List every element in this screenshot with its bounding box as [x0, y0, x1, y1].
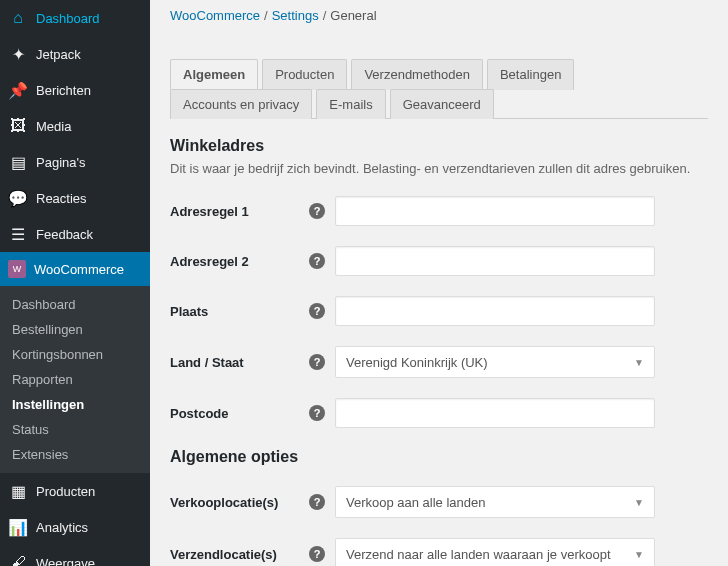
input-address2[interactable]: [335, 246, 655, 276]
submenu-coupons[interactable]: Kortingsbonnen: [0, 342, 150, 367]
row-address2: Adresregel 2?: [170, 246, 708, 276]
admin-sidebar: ⌂Dashboard ✦Jetpack 📌Berichten 🖾Media ▤P…: [0, 0, 150, 566]
tab-accounts[interactable]: Accounts en privacy: [170, 89, 312, 119]
input-postcode[interactable]: [335, 398, 655, 428]
chevron-down-icon: ▼: [634, 357, 644, 368]
label-address1: Adresregel 1: [170, 204, 249, 219]
menu-label: Media: [36, 119, 71, 134]
label-city: Plaats: [170, 304, 208, 319]
submenu-reports[interactable]: Rapporten: [0, 367, 150, 392]
menu-label: Producten: [36, 484, 95, 499]
select-selling-locations[interactable]: Verkoop aan alle landen▼: [335, 486, 655, 518]
submenu-dashboard[interactable]: Dashboard: [0, 292, 150, 317]
menu-label: Jetpack: [36, 47, 81, 62]
feedback-icon: ☰: [8, 224, 28, 244]
row-selling-locations: Verkooplocatie(s)? Verkoop aan alle land…: [170, 486, 708, 518]
menu-posts[interactable]: 📌Berichten: [0, 72, 150, 108]
menu-label: Feedback: [36, 227, 93, 242]
submenu-orders[interactable]: Bestellingen: [0, 317, 150, 342]
input-address1[interactable]: [335, 196, 655, 226]
menu-label: Berichten: [36, 83, 91, 98]
tab-emails[interactable]: E-mails: [316, 89, 385, 119]
menu-woocommerce[interactable]: WWooCommerce: [0, 252, 150, 286]
tab-products[interactable]: Producten: [262, 59, 347, 90]
products-icon: ▦: [8, 481, 28, 501]
help-icon[interactable]: ?: [309, 546, 325, 562]
menu-label: Weergave: [36, 556, 95, 567]
comment-icon: 💬: [8, 188, 28, 208]
section-general-options: Algemene opties: [170, 448, 708, 466]
select-value: Verzend naar alle landen waaraan je verk…: [346, 547, 611, 562]
main-content: WooCommerce/Settings/General Algemeen Pr…: [150, 0, 728, 566]
tab-payments[interactable]: Betalingen: [487, 59, 574, 90]
menu-jetpack[interactable]: ✦Jetpack: [0, 36, 150, 72]
submenu-extensions[interactable]: Extensies: [0, 442, 150, 467]
dashboard-icon: ⌂: [8, 8, 28, 28]
menu-label: WooCommerce: [34, 262, 124, 277]
help-icon[interactable]: ?: [309, 253, 325, 269]
row-city: Plaats?: [170, 296, 708, 326]
breadcrumb: WooCommerce/Settings/General: [170, 0, 708, 35]
help-icon[interactable]: ?: [309, 405, 325, 421]
label-selling-locations: Verkooplocatie(s): [170, 495, 278, 510]
tab-shipping[interactable]: Verzendmethoden: [351, 59, 483, 90]
submenu-settings[interactable]: Instellingen: [0, 392, 150, 417]
woocommerce-icon: W: [8, 260, 26, 278]
menu-label: Analytics: [36, 520, 88, 535]
tab-general[interactable]: Algemeen: [170, 59, 258, 90]
breadcrumb-settings[interactable]: Settings: [272, 8, 319, 23]
tab-advanced[interactable]: Geavanceerd: [390, 89, 494, 119]
settings-tabs: Algemeen Producten Verzendmethoden Betal…: [170, 59, 708, 119]
breadcrumb-woocommerce[interactable]: WooCommerce: [170, 8, 260, 23]
chevron-down-icon: ▼: [634, 549, 644, 560]
menu-comments[interactable]: 💬Reacties: [0, 180, 150, 216]
row-postcode: Postcode?: [170, 398, 708, 428]
jetpack-icon: ✦: [8, 44, 28, 64]
section-store-address: Winkeladres: [170, 137, 708, 155]
analytics-icon: 📊: [8, 517, 28, 537]
label-country: Land / Staat: [170, 355, 244, 370]
pin-icon: 📌: [8, 80, 28, 100]
label-address2: Adresregel 2: [170, 254, 249, 269]
help-icon[interactable]: ?: [309, 203, 325, 219]
row-address1: Adresregel 1?: [170, 196, 708, 226]
input-city[interactable]: [335, 296, 655, 326]
label-shipping-locations: Verzendlocatie(s): [170, 547, 277, 562]
menu-dashboard[interactable]: ⌂Dashboard: [0, 0, 150, 36]
chevron-down-icon: ▼: [634, 497, 644, 508]
row-country: Land / Staat? Verenigd Koninkrijk (UK)▼: [170, 346, 708, 378]
menu-label: Reacties: [36, 191, 87, 206]
menu-appearance[interactable]: 🖌Weergave: [0, 545, 150, 566]
menu-analytics[interactable]: 📊Analytics: [0, 509, 150, 545]
menu-label: Pagina's: [36, 155, 85, 170]
help-icon[interactable]: ?: [309, 303, 325, 319]
section-desc: Dit is waar je bedrijf zich bevindt. Bel…: [170, 161, 708, 176]
woocommerce-submenu: Dashboard Bestellingen Kortingsbonnen Ra…: [0, 286, 150, 473]
media-icon: 🖾: [8, 116, 28, 136]
label-postcode: Postcode: [170, 406, 229, 421]
menu-label: Dashboard: [36, 11, 100, 26]
select-value: Verenigd Koninkrijk (UK): [346, 355, 488, 370]
help-icon[interactable]: ?: [309, 494, 325, 510]
row-shipping-locations: Verzendlocatie(s)? Verzend naar alle lan…: [170, 538, 708, 566]
page-icon: ▤: [8, 152, 28, 172]
select-shipping-locations[interactable]: Verzend naar alle landen waaraan je verk…: [335, 538, 655, 566]
submenu-status[interactable]: Status: [0, 417, 150, 442]
menu-media[interactable]: 🖾Media: [0, 108, 150, 144]
menu-feedback[interactable]: ☰Feedback: [0, 216, 150, 252]
select-country[interactable]: Verenigd Koninkrijk (UK)▼: [335, 346, 655, 378]
select-value: Verkoop aan alle landen: [346, 495, 486, 510]
breadcrumb-current: General: [330, 8, 376, 23]
menu-products[interactable]: ▦Producten: [0, 473, 150, 509]
brush-icon: 🖌: [8, 553, 28, 566]
help-icon[interactable]: ?: [309, 354, 325, 370]
menu-pages[interactable]: ▤Pagina's: [0, 144, 150, 180]
